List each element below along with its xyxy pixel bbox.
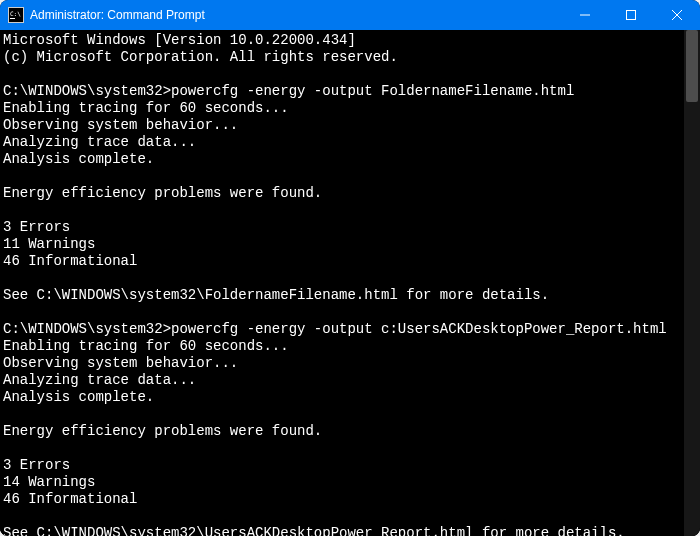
- command-prompt-window: C:\ Administrator: Command Prompt Micros…: [0, 0, 700, 536]
- terminal-line: 46 Informational: [3, 491, 681, 508]
- terminal-line: [3, 440, 681, 457]
- terminal-line: [3, 66, 681, 83]
- terminal-line: 3 Errors: [3, 457, 681, 474]
- terminal-line: 11 Warnings: [3, 236, 681, 253]
- titlebar[interactable]: C:\ Administrator: Command Prompt: [0, 0, 700, 30]
- terminal-line: (c) Microsoft Corporation. All rights re…: [3, 49, 681, 66]
- svg-rect-5: [627, 11, 636, 20]
- terminal-line: Enabling tracing for 60 seconds...: [3, 100, 681, 117]
- window-title: Administrator: Command Prompt: [30, 8, 562, 22]
- terminal-line: [3, 202, 681, 219]
- scrollbar[interactable]: [684, 30, 700, 536]
- terminal-line: Analyzing trace data...: [3, 134, 681, 151]
- terminal-line: [3, 406, 681, 423]
- terminal-line: See C:\WINDOWS\system32\UsersACKDesktopP…: [3, 525, 681, 536]
- svg-rect-3: [10, 18, 15, 19]
- terminal-line: [3, 270, 681, 287]
- close-button[interactable]: [654, 0, 700, 30]
- terminal-line: Analysis complete.: [3, 151, 681, 168]
- terminal-area: Microsoft Windows [Version 10.0.22000.43…: [0, 30, 700, 536]
- terminal-line: Enabling tracing for 60 seconds...: [3, 338, 681, 355]
- window-controls: [562, 0, 700, 30]
- terminal-line: 3 Errors: [3, 219, 681, 236]
- cmd-icon: C:\: [8, 7, 24, 23]
- terminal-line: 14 Warnings: [3, 474, 681, 491]
- terminal-output[interactable]: Microsoft Windows [Version 10.0.22000.43…: [0, 30, 684, 536]
- terminal-line: Observing system behavior...: [3, 117, 681, 134]
- terminal-line: Energy efficiency problems were found.: [3, 185, 681, 202]
- terminal-line: [3, 508, 681, 525]
- terminal-line: [3, 304, 681, 321]
- terminal-line: See C:\WINDOWS\system32\FoldernameFilena…: [3, 287, 681, 304]
- maximize-button[interactable]: [608, 0, 654, 30]
- terminal-line: 46 Informational: [3, 253, 681, 270]
- scrollbar-thumb[interactable]: [686, 30, 698, 102]
- terminal-line: Microsoft Windows [Version 10.0.22000.43…: [3, 32, 681, 49]
- terminal-line: C:\WINDOWS\system32>powercfg -energy -ou…: [3, 321, 681, 338]
- terminal-line: Energy efficiency problems were found.: [3, 423, 681, 440]
- svg-text:C:\: C:\: [10, 10, 21, 17]
- terminal-line: [3, 168, 681, 185]
- terminal-line: C:\WINDOWS\system32>powercfg -energy -ou…: [3, 83, 681, 100]
- minimize-button[interactable]: [562, 0, 608, 30]
- terminal-line: Analysis complete.: [3, 389, 681, 406]
- terminal-line: Analyzing trace data...: [3, 372, 681, 389]
- terminal-line: Observing system behavior...: [3, 355, 681, 372]
